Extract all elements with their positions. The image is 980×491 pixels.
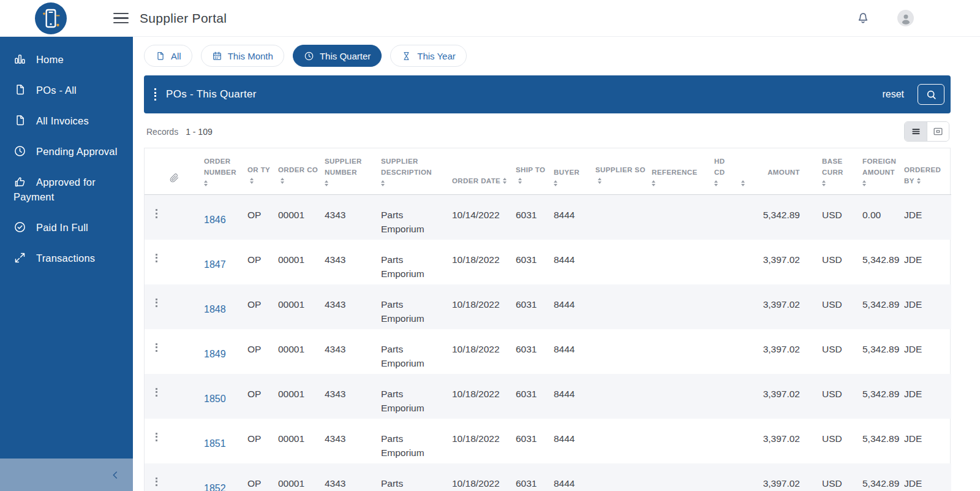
search-button[interactable] (918, 84, 944, 105)
sidebar-collapse-button[interactable] (0, 459, 133, 491)
cell-or_ty: OP (247, 463, 278, 491)
cell-buyer: 8444 (554, 284, 595, 329)
sidebar-item-label: Pending Approval (36, 146, 118, 157)
drag-handle-icon[interactable] (152, 86, 159, 103)
sort-icon[interactable] (503, 178, 507, 184)
column-header-or_ty[interactable]: OR TY (247, 148, 278, 195)
column-label: BUYER (554, 169, 579, 176)
cell-base_curr: USD (807, 374, 845, 419)
row-actions-kebab-icon[interactable] (152, 254, 160, 262)
column-label: REFERENCE (652, 169, 698, 176)
sort-icon[interactable] (518, 178, 522, 184)
row-actions-kebab-icon[interactable] (152, 209, 160, 218)
sort-icon[interactable] (714, 180, 736, 186)
column-header-buyer[interactable]: BUYER (554, 148, 595, 195)
hamburger-menu-icon[interactable] (113, 13, 129, 23)
list-view-icon (910, 126, 922, 137)
sidebar-item-all-invoices[interactable]: All Invoices (0, 105, 133, 136)
order-number-link[interactable]: 1852 (204, 481, 226, 491)
cell-supplier_so (595, 284, 652, 329)
cell-attachment (163, 419, 195, 463)
order-number-link[interactable]: 1851 (204, 436, 226, 451)
filter-chip-this-year[interactable]: This Year (390, 45, 467, 67)
user-avatar[interactable] (897, 10, 914, 26)
table-header-row: ORDER NUMBEROR TYORDER COSUPPLIER NUMBER… (145, 148, 951, 195)
row-actions-kebab-icon[interactable] (152, 343, 160, 352)
sort-icon[interactable] (598, 178, 601, 184)
sort-icon[interactable] (554, 180, 590, 186)
filter-chip-this-month[interactable]: This Month (201, 45, 284, 67)
column-header-amount[interactable]: AMOUNT (741, 148, 807, 195)
order-number-link[interactable]: 1849 (204, 347, 226, 361)
list-view-button[interactable] (905, 122, 927, 141)
filter-chip-all[interactable]: All (144, 45, 192, 67)
cell-amount: 3,397.02 (741, 284, 807, 329)
document-icon (13, 83, 26, 96)
cell-or_ty: OP (247, 284, 278, 329)
filter-chip-this-quarter[interactable]: This Quarter (293, 45, 382, 67)
table-row: 1850OP000014343Parts Emporium10/18/20226… (145, 374, 951, 419)
sidebar-item-pending-approval[interactable]: Pending Approval (0, 136, 133, 167)
column-header-hd_cd[interactable]: HD CD (714, 148, 741, 195)
sort-icon[interactable] (652, 180, 709, 186)
cell-order_date: 10/18/2022 (452, 463, 516, 491)
sidebar-item-transactions[interactable]: Transactions (0, 243, 133, 273)
cell-amount: 5,342.89 (741, 195, 807, 240)
sidebar-item-paid-in-full[interactable]: Paid In Full (0, 212, 133, 243)
page-title: Supplier Portal (140, 11, 227, 26)
cell-supplier_number: 4343 (325, 284, 381, 329)
column-header-supplier_so[interactable]: SUPPLIER SO (595, 148, 652, 195)
cell-base_curr: USD (807, 195, 845, 240)
order-number-link[interactable]: 1846 (204, 213, 226, 227)
order-number-link[interactable]: 1850 (204, 392, 226, 406)
cell-order_date: 10/18/2022 (452, 419, 516, 463)
cell-base_curr: USD (807, 463, 845, 491)
view-toggle (904, 121, 949, 142)
cell-order_co: 00001 (278, 195, 325, 240)
panel-title: POs - This Quarter (166, 88, 257, 101)
notifications-bell-icon[interactable] (856, 11, 870, 26)
table-row: 1852OP000014343Parts Emporium10/18/20226… (145, 463, 951, 491)
sort-icon[interactable] (204, 180, 243, 186)
sort-icon[interactable] (381, 180, 447, 186)
card-view-button[interactable] (927, 122, 949, 141)
chevron-left-icon (108, 468, 122, 482)
order-number-link[interactable]: 1847 (204, 257, 226, 272)
filter-chip-label: This Quarter (320, 51, 371, 61)
cell-ship_to: 6031 (516, 284, 554, 329)
cell-attachment (163, 463, 195, 491)
column-label: SUPPLIER NUMBER (325, 158, 362, 176)
table-row: 1851OP000014343Parts Emporium10/18/20226… (145, 419, 951, 463)
column-header-supplier_description[interactable]: SUPPLIER DESCRIPTION (381, 148, 452, 195)
cell-order_number: 1850 (195, 374, 247, 419)
cell-supplier_number: 4343 (325, 240, 381, 284)
sidebar-item-pos-all[interactable]: POs - All (0, 75, 133, 105)
row-actions-kebab-icon[interactable] (152, 299, 160, 307)
column-header-ordered_by[interactable]: ORDERED BY (904, 148, 951, 195)
sort-icon[interactable] (281, 178, 284, 184)
column-header-ship_to[interactable]: SHIP TO (516, 148, 554, 195)
row-actions-kebab-icon[interactable] (152, 433, 160, 441)
expand-icon (13, 251, 26, 264)
sort-icon[interactable] (822, 180, 840, 186)
column-header-order_co[interactable]: ORDER CO (278, 148, 325, 195)
column-header-supplier_number[interactable]: SUPPLIER NUMBER (325, 148, 381, 195)
order-number-link[interactable]: 1848 (204, 302, 226, 316)
main-content: AllThis MonthThis QuarterThis Year POs -… (133, 37, 980, 491)
column-header-base_curr[interactable]: BASE CURR (807, 148, 845, 195)
column-header-reference[interactable]: REFERENCE (652, 148, 714, 195)
sidebar-item-home[interactable]: Home (0, 44, 133, 75)
row-actions-kebab-icon[interactable] (152, 478, 160, 486)
sort-icon[interactable] (741, 180, 800, 186)
sort-icon[interactable] (250, 178, 254, 184)
sort-icon[interactable] (917, 178, 921, 184)
column-header-order_date[interactable]: ORDER DATE (452, 148, 516, 195)
row-actions-kebab-icon[interactable] (152, 388, 160, 397)
column-header-order_number[interactable]: ORDER NUMBER (195, 148, 247, 195)
filter-chip-bar: AllThis MonthThis QuarterThis Year (144, 45, 951, 67)
reset-button[interactable]: reset (882, 89, 904, 100)
column-header-foreign_amount[interactable]: FOREIGN AMOUNT (845, 148, 904, 195)
sidebar-item-approved-for-payment[interactable]: Approved for Payment (0, 167, 133, 212)
sort-icon[interactable] (862, 180, 899, 186)
sort-icon[interactable] (325, 180, 376, 186)
